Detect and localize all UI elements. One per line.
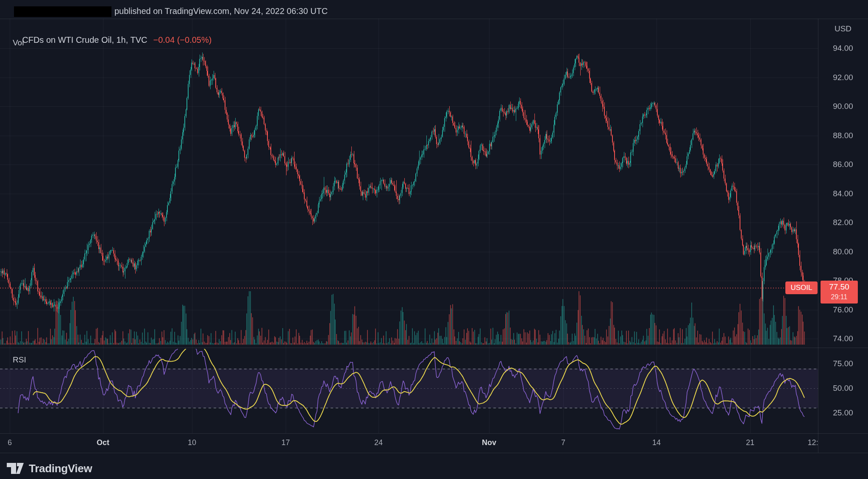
price-tick-label: 92.00	[818, 73, 868, 82]
change-value: −0.04 (−0.05%)	[153, 35, 212, 45]
tradingview-logo-icon	[7, 462, 24, 474]
published-attribution-text: published on TradingView.com, Nov 24, 20…	[114, 6, 328, 16]
time-tick-label: 10	[188, 438, 196, 447]
time-scale[interactable]: 6Oct101724Nov7142112:00	[0, 433, 818, 453]
header-bar: published on TradingView.com, Nov 24, 20…	[0, 0, 868, 19]
candlestick-chart-canvas[interactable]	[0, 0, 868, 479]
tradingview-published-chart: published on TradingView.com, Nov 24, 20…	[0, 0, 868, 479]
rsi-tick-label: 50.00	[818, 384, 868, 393]
rsi-tick-label: 25.00	[818, 408, 868, 418]
price-tick-label: 88.00	[818, 131, 868, 140]
price-tick-label: 90.00	[818, 102, 868, 111]
price-tick-label: 84.00	[818, 189, 868, 198]
rsi-indicator-label: RSI	[13, 355, 26, 365]
price-scale-currency-label: USD	[818, 24, 868, 33]
symbol-title: CFDs on WTI Crude Oil, 1h, TVC	[22, 35, 147, 45]
time-tick-label: Oct	[97, 438, 109, 447]
price-scale[interactable]: USD 94.0092.0090.0088.0086.0084.0082.008…	[818, 19, 868, 453]
price-tick-label: 80.00	[818, 247, 868, 256]
time-tick-label: 21	[746, 438, 754, 447]
symbol-price-flag: USOIL	[785, 281, 818, 294]
bar-countdown: 29:11	[821, 293, 858, 301]
price-tick-label: 82.00	[818, 218, 868, 227]
symbol-title-row: CFDs on WTI Crude Oil, 1h, TVC−0.04 (−0.…	[13, 25, 211, 55]
time-tick-label: 24	[374, 438, 383, 447]
time-tick-label: 12:00	[807, 438, 818, 447]
price-tick-label: 94.00	[818, 44, 868, 53]
time-tick-label: 14	[652, 438, 661, 447]
time-tick-label: 6	[8, 438, 12, 447]
time-tick-label: 7	[561, 438, 565, 447]
last-price-value: 77.50	[821, 281, 858, 293]
time-tick-label: Nov	[482, 438, 496, 447]
price-tick-label: 86.00	[818, 160, 868, 169]
price-tick-label: 76.00	[818, 305, 868, 315]
tradingview-logo[interactable]: TradingView	[7, 460, 92, 477]
redacted-username	[14, 6, 111, 17]
rsi-tick-label: 75.00	[818, 359, 868, 368]
last-price-flag: 77.50 29:11	[821, 281, 858, 304]
tradingview-wordmark: TradingView	[29, 462, 92, 475]
price-tick-label: 74.00	[818, 334, 868, 343]
volume-indicator-label: Vol	[13, 38, 24, 47]
time-tick-label: 17	[281, 438, 290, 447]
